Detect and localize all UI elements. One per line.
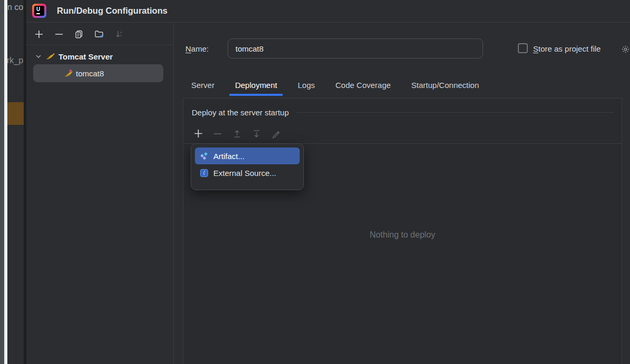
- chevron-down-icon[interactable]: [35, 53, 42, 60]
- store-settings-gear-icon[interactable]: [621, 45, 630, 54]
- add-configuration-icon[interactable]: [34, 29, 44, 40]
- popup-item-label: External Source...: [213, 169, 276, 178]
- sort-configurations-icon[interactable]: a z: [114, 29, 124, 40]
- tab-server[interactable]: Server: [191, 80, 214, 91]
- backdrop-text-fragment: rk_p: [7, 56, 23, 65]
- name-label: Name:: [185, 44, 209, 53]
- panel-divider: [173, 23, 174, 364]
- store-as-project-file-checkbox[interactable]: [518, 43, 528, 53]
- new-folder-icon[interactable]: [94, 29, 104, 40]
- tab-startup-connection[interactable]: Startup/Connection: [411, 80, 479, 91]
- edit-pencil-icon[interactable]: [271, 129, 281, 139]
- tomcat-invalid-icon: [64, 69, 74, 78]
- nothing-to-deploy-text: Nothing to deploy: [183, 230, 622, 240]
- tree-item-label: tomcat8: [76, 69, 104, 78]
- popup-item-artifact[interactable]: Artifact...: [195, 147, 300, 164]
- tab-logs[interactable]: Logs: [298, 80, 315, 91]
- add-deployment-icon[interactable]: [193, 129, 203, 139]
- deploy-toolbar: [183, 124, 622, 144]
- artifact-icon: [200, 152, 209, 161]
- tab-code-coverage[interactable]: Code Coverage: [336, 80, 391, 91]
- intellij-logo-icon: U: [32, 4, 46, 18]
- name-input[interactable]: [228, 38, 483, 58]
- copy-configuration-icon[interactable]: [74, 29, 84, 40]
- store-as-project-file-label[interactable]: Store as project file: [533, 44, 601, 53]
- backdrop-highlight-block: [7, 102, 24, 125]
- tree-group-label: Tomcat Server: [58, 52, 113, 61]
- move-up-icon[interactable]: [232, 129, 242, 139]
- add-deployment-popup: Artifact... External Source...: [191, 143, 304, 190]
- popup-item-external-source[interactable]: External Source...: [195, 164, 300, 181]
- tree-item-tomcat8[interactable]: tomcat8: [33, 64, 163, 82]
- section-separator-line: [296, 112, 614, 113]
- svg-text:a: a: [120, 30, 122, 33]
- svg-text:z: z: [120, 34, 122, 37]
- move-down-icon[interactable]: [251, 129, 262, 139]
- tree-group-tomcat-server[interactable]: Tomcat Server: [26, 50, 173, 63]
- backdrop-gray-strip: [0, 0, 4, 364]
- config-tabs: Server Deployment Logs Code Coverage Sta…: [191, 74, 479, 97]
- remove-configuration-icon[interactable]: [54, 29, 64, 40]
- dialog-title: Run/Debug Configurations: [57, 6, 168, 16]
- deployment-panel: Deploy at the server startup Nothing to …: [183, 98, 622, 364]
- tree-toolbar: a z: [26, 23, 173, 45]
- external-source-icon: [200, 169, 209, 178]
- deploy-section-header: Deploy at the server startup: [192, 108, 614, 117]
- backdrop-ide-column: [7, 0, 24, 364]
- deploy-section-title: Deploy at the server startup: [192, 108, 289, 117]
- backdrop-text-fragment: n co: [7, 3, 23, 12]
- popup-item-label: Artifact...: [213, 152, 244, 161]
- remove-deployment-icon[interactable]: [212, 129, 223, 139]
- tomcat-icon: [45, 52, 55, 61]
- configurations-tree-panel: a z Tomcat Server: [26, 23, 173, 364]
- tab-deployment[interactable]: Deployment: [235, 80, 277, 91]
- run-debug-configurations-screen: n co rk_p U Run/Debug Configurations: [0, 0, 630, 364]
